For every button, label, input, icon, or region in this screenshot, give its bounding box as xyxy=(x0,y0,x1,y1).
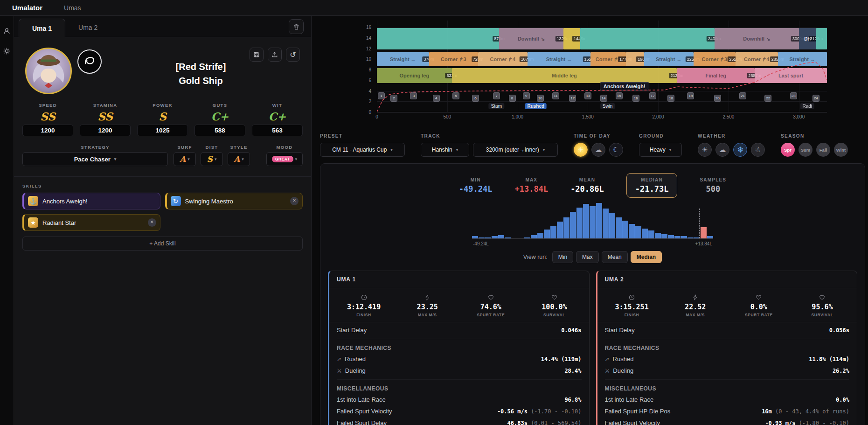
star-icon: ★ xyxy=(28,217,38,228)
chevron-down-icon: ▾ xyxy=(295,157,298,161)
user-icon[interactable] xyxy=(3,27,11,35)
skill-name: Anchors Aweigh! xyxy=(42,198,156,205)
view-run-median[interactable]: Median xyxy=(631,251,662,263)
chevron-down-icon: ▾ xyxy=(215,157,217,161)
skill-chip[interactable]: ★Radiant Star× xyxy=(22,214,160,231)
row-label: Start Delay xyxy=(337,327,367,334)
mood-badge: GREAT xyxy=(272,156,293,162)
nav-tab-umalator[interactable]: Umalator xyxy=(12,4,42,12)
season-wint[interactable]: Wint xyxy=(834,143,848,157)
section-title: MISCELLANEOUS xyxy=(337,379,582,394)
sun-icon[interactable]: ☀ xyxy=(574,143,588,157)
segment-band: Corner ↱11770m xyxy=(590,52,625,66)
data-row: ⚔Dueling26.2% xyxy=(605,365,850,376)
headline-value: 23.25 xyxy=(396,303,459,311)
y-tick-label: 0 xyxy=(368,110,371,115)
character-epithet: [Red Strife] xyxy=(102,60,300,74)
grade-glyph: SS xyxy=(97,110,113,123)
season-sum[interactable]: Sum xyxy=(799,143,812,157)
skill-chip[interactable]: ⚓Anchors Aweigh! xyxy=(22,193,160,209)
skill-activation-marker: 24 xyxy=(812,95,819,102)
headline-label: MAX M/S xyxy=(664,313,727,317)
aptitude-select[interactable]: S▾ xyxy=(201,152,223,166)
stat-power: POWERS1025 xyxy=(137,103,188,136)
hill-band: Downhill ↘3000m xyxy=(715,28,799,49)
heart-icon xyxy=(791,294,854,301)
view-run-max[interactable]: Max xyxy=(576,251,599,263)
skill-activation-marker: 21 xyxy=(739,92,746,99)
time-of-day-group: TIME OF DAY ☀☁☾ xyxy=(574,133,623,157)
skill-label: Rushed xyxy=(525,103,547,109)
skill-label: Swin xyxy=(600,103,615,109)
ground-select[interactable]: Heavy ▾ xyxy=(639,143,682,157)
headline-label: FINISH xyxy=(332,313,396,317)
band-label: Corner ↱3 xyxy=(702,56,727,63)
result-card-body: Start Delay0.056sRACE MECHANICS↗Rushed11… xyxy=(597,322,857,425)
segment-band: Straight →2250m xyxy=(644,52,694,66)
view-run-row: View run: MinMaxMeanMedian xyxy=(320,251,865,263)
uma-tab-uma-1[interactable]: Uma 1 xyxy=(19,19,65,37)
mood-select[interactable]: GREAT ▾ xyxy=(266,152,303,166)
add-skill-button[interactable]: + Add Skill xyxy=(22,237,303,251)
segment-band: Corner ↱32550m xyxy=(694,52,736,66)
stat-grade-icon: SS xyxy=(80,108,131,125)
row-value: 16m (0 - 43, 4.4% of runs) xyxy=(762,408,849,415)
season-fall[interactable]: Fall xyxy=(816,143,830,157)
weather-options: ☀☁❄☃ xyxy=(698,143,765,157)
cloudy-icon[interactable]: ☁ xyxy=(715,143,729,157)
value: 14.4% (119m) xyxy=(541,356,582,362)
snowman-icon[interactable]: ☃ xyxy=(751,143,765,157)
delete-uma-button[interactable] xyxy=(289,19,304,34)
avatar[interactable] xyxy=(25,48,72,94)
remove-skill-button[interactable]: × xyxy=(290,197,299,205)
view-run-mean[interactable]: Mean xyxy=(602,251,628,263)
reset-button[interactable]: ↺ xyxy=(286,48,300,62)
x-tick-label: 2,500 xyxy=(722,114,734,119)
remove-skill-button[interactable]: × xyxy=(148,218,156,227)
stat-label: STAMINA xyxy=(80,103,131,108)
uma-tabs: Uma 1Uma 2 xyxy=(19,18,111,37)
moon-icon[interactable]: ☾ xyxy=(609,143,623,157)
aptitude-select[interactable]: A▾ xyxy=(174,152,196,166)
outfit-toggle[interactable] xyxy=(77,49,102,74)
cloud-icon[interactable]: ☁ xyxy=(591,143,605,157)
x-tick-label: 0 xyxy=(375,114,378,119)
sunny-icon[interactable]: ☀ xyxy=(698,143,712,157)
distribution-histogram: -49.24L +13.84L xyxy=(472,202,713,246)
headline-label: MAX M/S xyxy=(396,313,459,317)
aptitude-grade: S xyxy=(207,154,213,164)
headline-stat: 23.25MAX M/S xyxy=(396,294,459,317)
side-rail xyxy=(0,16,14,425)
nav-tab-umas[interactable]: Umas xyxy=(64,4,81,12)
strategy-select[interactable]: Pace Chaser ▾ xyxy=(22,152,168,166)
top-nav: UmalatorUmas xyxy=(0,0,868,16)
gear-icon[interactable] xyxy=(3,47,11,55)
headline-value: 3:15.251 xyxy=(600,303,664,311)
segment-band: Corner ↱42850m xyxy=(736,52,778,66)
preset-select[interactable]: CM 11 - Aquarius Cup ▾ xyxy=(320,143,405,157)
metric-median[interactable]: MEDIAN-21.73L xyxy=(626,173,678,198)
grade-glyph: SS xyxy=(40,110,56,123)
band-label: Corner ↱4 xyxy=(490,56,515,63)
season-spr[interactable]: Spr xyxy=(781,143,795,157)
stat-speed: SPEEDSS1200 xyxy=(22,103,73,136)
view-run-min[interactable]: Min xyxy=(552,251,573,263)
snowy-icon[interactable]: ❄ xyxy=(733,143,747,157)
uma-tab-uma-2[interactable]: Uma 2 xyxy=(65,18,111,37)
skill-activation-marker: 20 xyxy=(714,95,721,102)
uma-result-card: UMA 13:12.419FINISH23.25MAX M/S74.6%SPUR… xyxy=(328,271,590,425)
result-card-title: UMA 1 xyxy=(329,271,589,288)
skill-activation-marker: 8 xyxy=(509,95,516,102)
uma-tab-bar: Uma 1Uma 2 xyxy=(14,16,311,37)
value-range: (0.01 - 569.54) xyxy=(528,420,582,425)
skill-activation-marker: 17 xyxy=(649,92,656,99)
export-button[interactable] xyxy=(268,48,282,62)
track-label: TRACK xyxy=(421,133,558,139)
track-course-select[interactable]: 3200m (outer→inner) ▾ xyxy=(473,143,558,157)
aptitude-select[interactable]: A▾ xyxy=(228,152,250,166)
track-venue-select[interactable]: Hanshin ▾ xyxy=(421,143,469,157)
skill-chip[interactable]: ↻Swinging Maestro× xyxy=(165,193,303,209)
save-button[interactable] xyxy=(250,48,264,62)
headline-value: 100.0% xyxy=(522,303,586,311)
strategy-row: STRATEGY Pace Chaser ▾ SURFA▾DISTS▾STYLE… xyxy=(14,136,311,168)
